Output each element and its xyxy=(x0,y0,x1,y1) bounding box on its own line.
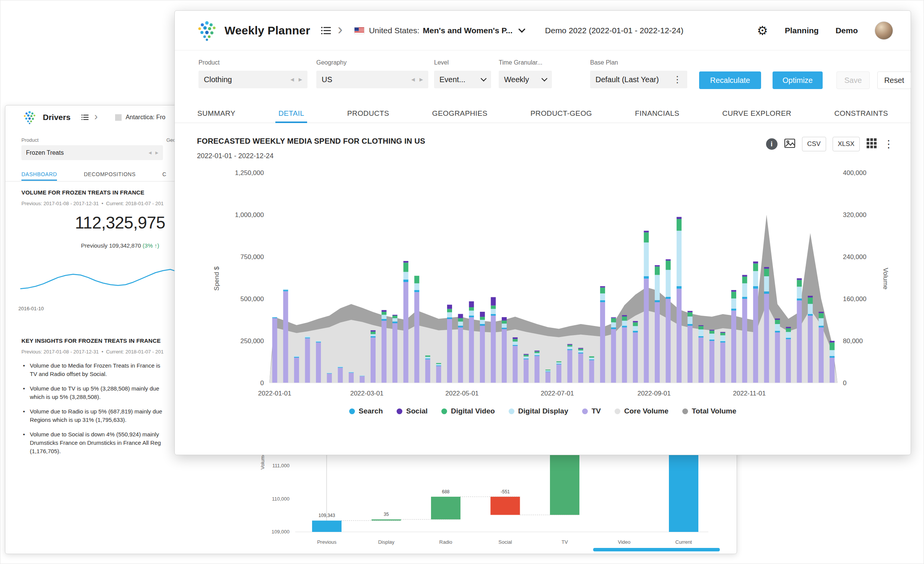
chevron-down-icon[interactable] xyxy=(518,26,525,32)
svg-text:2022-11-01: 2022-11-01 xyxy=(733,390,766,397)
svg-text:0: 0 xyxy=(843,379,846,387)
baseplan-value: Default (Last Year) xyxy=(595,75,659,84)
geography-next-icon[interactable]: ▶ xyxy=(420,77,423,82)
legend-item-tv[interactable]: TV xyxy=(582,407,601,415)
drivers-tabs: DASHBOARD DECOMPOSITIONS C xyxy=(21,171,166,181)
filters-bar: Product Clothing ◀ ▶ Geography US ◀ ▶ xyxy=(175,50,911,106)
svg-text:Current: Current xyxy=(675,539,692,545)
kebab-menu-icon[interactable]: ⋮ xyxy=(883,139,894,149)
chevron-down-icon xyxy=(542,76,548,82)
kebab-menu-icon[interactable]: ⋮ xyxy=(673,75,682,84)
drivers-window-title: Drivers xyxy=(43,113,70,122)
tab-summary[interactable]: SUMMARY xyxy=(197,109,236,123)
product-prev-icon[interactable]: ◀ xyxy=(291,77,294,82)
tab-constraints[interactable]: CONSTRAINTS xyxy=(834,109,888,123)
tab-clipped[interactable]: C xyxy=(163,171,167,181)
nav-planning[interactable]: Planning xyxy=(785,26,819,35)
time-granularity-label: Time Granular... xyxy=(499,59,552,66)
legend-item-digital-video[interactable]: Digital Video xyxy=(441,407,495,415)
svg-text:750,000: 750,000 xyxy=(241,253,264,261)
tab-geographies[interactable]: GEOGRAPHIES xyxy=(432,109,488,123)
geography-selector[interactable]: US ◀ ▶ xyxy=(316,71,428,88)
legend-item-total-volume[interactable]: Total Volume xyxy=(682,407,736,415)
tab-dashboard[interactable]: DASHBOARD xyxy=(21,171,57,181)
svg-text:688: 688 xyxy=(442,489,449,494)
tab-decompositions[interactable]: DECOMPOSITIONS xyxy=(84,171,135,181)
level-value: Event... xyxy=(439,75,465,84)
svg-text:320,000: 320,000 xyxy=(843,211,866,219)
search-legend-dot-icon xyxy=(349,408,355,414)
svg-text:-551: -551 xyxy=(501,489,510,494)
time-granularity-value: Weekly xyxy=(504,75,529,84)
drivers-scope-text[interactable]: Antarctica: Fro xyxy=(125,114,165,121)
product-value: Clothing xyxy=(204,75,232,84)
svg-text:2022-07-01: 2022-07-01 xyxy=(541,390,574,397)
tab-product-geog[interactable]: PRODUCT-GEOG xyxy=(530,109,592,123)
geography-prev-icon[interactable]: ◀ xyxy=(412,77,415,82)
geography-filter-label: Geography xyxy=(316,59,428,66)
tab-curve-explorer[interactable]: CURVE EXPLORER xyxy=(722,109,792,123)
segment-scope-value[interactable]: Men's and Women's P... xyxy=(423,26,512,35)
svg-text:TV: TV xyxy=(561,539,568,545)
svg-text:2022-03-01: 2022-03-01 xyxy=(350,390,384,397)
horizontal-scrollbar-thumb[interactable] xyxy=(593,548,720,551)
level-filter-label: Level xyxy=(434,59,491,66)
view-list-icon[interactable] xyxy=(321,26,331,35)
view-list-icon[interactable] xyxy=(81,114,89,120)
legend-item-core-volume[interactable]: Core Volume xyxy=(615,407,669,415)
plan-range-text[interactable]: Demo 2022 (2022-01-01 - 2022-12-24) xyxy=(545,26,683,35)
user-name[interactable]: Demo xyxy=(836,26,858,35)
volume-delta: (3% ↑) xyxy=(143,242,159,249)
svg-text:Radio: Radio xyxy=(439,539,452,545)
user-avatar[interactable] xyxy=(875,21,893,40)
tab-products[interactable]: PRODUCTS xyxy=(347,109,389,123)
sparkline-start-date: 2016-01-10 xyxy=(18,306,44,311)
product-next-icon[interactable]: ▶ xyxy=(155,151,158,155)
media-spend-chart: 0250,000500,000750,0001,000,0001,250,000… xyxy=(207,164,894,402)
svg-text:Volume: Volume xyxy=(882,268,889,290)
svg-text:110,000: 110,000 xyxy=(272,496,290,502)
total-volume-legend-dot-icon xyxy=(682,408,688,414)
svg-text:Volume: Volume xyxy=(260,453,265,469)
level-dropdown[interactable]: Event... xyxy=(434,71,491,88)
chevron-right-icon[interactable]: › xyxy=(338,22,343,37)
table-view-icon[interactable] xyxy=(866,138,877,150)
chart-header: FORECASTED WEEKLY MEDIA SPEND FOR CLOTHI… xyxy=(175,123,911,160)
save-button[interactable]: Save xyxy=(836,71,870,89)
svg-text:400,000: 400,000 xyxy=(843,169,866,177)
tab-detail[interactable]: DETAIL xyxy=(278,109,304,123)
legend-item-digital-display[interactable]: Digital Display xyxy=(509,407,568,415)
recalculate-button[interactable]: Recalculate xyxy=(699,71,761,89)
export-image-icon[interactable] xyxy=(784,138,795,150)
svg-text:1,000,000: 1,000,000 xyxy=(235,211,264,219)
info-icon[interactable]: i xyxy=(766,138,778,150)
app-logo xyxy=(197,20,218,41)
product-next-icon[interactable]: ▶ xyxy=(299,77,302,82)
tab-financials[interactable]: FINANCIALS xyxy=(635,109,679,123)
us-flag-icon xyxy=(354,27,364,34)
export-xlsx-button[interactable]: XLSX xyxy=(833,137,860,151)
reset-button[interactable]: Reset xyxy=(877,71,911,89)
chart-title: FORECASTED WEEKLY MEDIA SPEND FOR CLOTHI… xyxy=(197,137,425,146)
svg-text:Video: Video xyxy=(618,539,630,545)
drivers-product-label: Product xyxy=(21,137,39,143)
product-selector[interactable]: Clothing ◀ ▶ xyxy=(198,71,307,88)
chevron-right-icon[interactable]: › xyxy=(94,112,98,122)
baseplan-filter-label: Base Plan xyxy=(590,59,687,66)
product-prev-icon[interactable]: ◀ xyxy=(149,151,152,155)
svg-text:Previous: Previous xyxy=(317,539,337,545)
legend-item-social[interactable]: Social xyxy=(397,407,428,415)
geography-value: US xyxy=(322,75,332,84)
optimize-button[interactable]: Optimize xyxy=(773,71,823,89)
drivers-product-selector[interactable]: Frozen Treats ◀ ▶ xyxy=(21,145,163,160)
legend-item-search[interactable]: Search xyxy=(349,407,383,415)
svg-text:80,000: 80,000 xyxy=(843,337,863,345)
export-csv-button[interactable]: CSV xyxy=(802,137,826,151)
time-granularity-dropdown[interactable]: Weekly xyxy=(499,71,552,88)
svg-text:2022-09-01: 2022-09-01 xyxy=(638,390,671,397)
social-legend-dot-icon xyxy=(397,408,402,414)
gear-icon[interactable]: ⚙ xyxy=(757,24,768,37)
svg-text:500,000: 500,000 xyxy=(241,295,264,303)
chevron-down-icon xyxy=(481,76,487,82)
baseplan-selector[interactable]: Default (Last Year) ⋮ xyxy=(590,71,687,88)
